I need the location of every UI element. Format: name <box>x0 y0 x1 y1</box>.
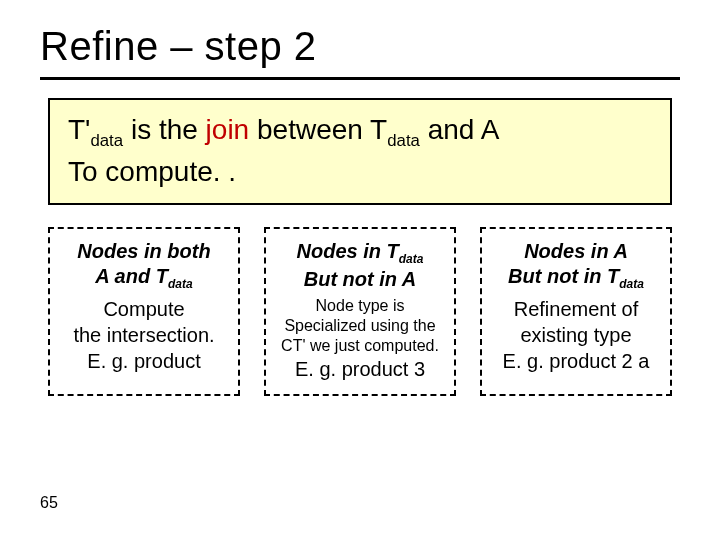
col2-b3: E. g. product 3 <box>274 356 446 382</box>
col1-head-sub: data <box>168 277 193 291</box>
join-keyword: join <box>206 114 250 145</box>
text-is-the: is the <box>123 114 205 145</box>
col3-body: Refinement of existing type E. g. produc… <box>490 296 662 374</box>
col3-head-l1: Nodes in A <box>490 239 662 264</box>
statement-line-2: To compute. . <box>68 152 652 191</box>
col2-s2: Specialized using the <box>274 316 446 336</box>
col3-head-sub: data <box>619 277 644 291</box>
col2-head-sub: data <box>399 252 424 266</box>
slide-title: Refine – step 2 <box>0 0 720 77</box>
column-1: Nodes in both A and Tdata Compute the in… <box>48 227 240 396</box>
title-underline <box>40 77 680 80</box>
highlight-box: T'data is the join between Tdata and A T… <box>48 98 672 205</box>
col1-head: Nodes in both A and Tdata <box>58 239 230 292</box>
tdata-sub: data <box>387 131 420 150</box>
col2-s1: Node type is <box>274 296 446 316</box>
col3-head-l2: But not in Tdata <box>490 264 662 292</box>
col2-body: E. g. product 3 <box>274 356 446 382</box>
col1-head-l1: Nodes in both <box>58 239 230 264</box>
text-and-a: and A <box>420 114 499 145</box>
col3-head-l2a: But not in T <box>508 265 619 287</box>
col2-s3: CT' we just computed. <box>274 336 446 356</box>
col3-b2: existing type <box>490 322 662 348</box>
t-prime: T' <box>68 114 90 145</box>
col1-head-l2a: A and T <box>95 265 168 287</box>
column-2: Nodes in Tdata But not in A Node type is… <box>264 227 456 396</box>
text-between-t: between T <box>249 114 387 145</box>
col3-head: Nodes in A But not in Tdata <box>490 239 662 292</box>
statement-line-1: T'data is the join between Tdata and A <box>68 110 652 152</box>
col2-head: Nodes in Tdata But not in A <box>274 239 446 292</box>
col2-head-l1: Nodes in Tdata <box>274 239 446 267</box>
col3-b1: Refinement of <box>490 296 662 322</box>
col3-b3: E. g. product 2 a <box>490 348 662 374</box>
columns-container: Nodes in both A and Tdata Compute the in… <box>0 227 720 396</box>
col1-b2: the intersection. <box>58 322 230 348</box>
col2-small: Node type is Specialized using the CT' w… <box>274 296 446 356</box>
column-3: Nodes in A But not in Tdata Refinement o… <box>480 227 672 396</box>
col1-head-l2: A and Tdata <box>58 264 230 292</box>
col1-b1: Compute <box>58 296 230 322</box>
col1-body: Compute the intersection. E. g. product <box>58 296 230 374</box>
col2-head-l2: But not in A <box>274 267 446 292</box>
col1-b3: E. g. product <box>58 348 230 374</box>
col2-head-l1a: Nodes in T <box>297 240 399 262</box>
t-prime-sub: data <box>90 131 123 150</box>
page-number: 65 <box>40 494 58 512</box>
